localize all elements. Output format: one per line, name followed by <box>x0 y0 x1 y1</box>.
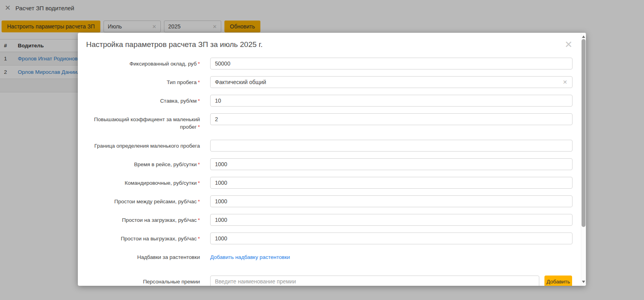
mileage-type-clear-icon[interactable]: ✕ <box>563 79 567 85</box>
field-label: Повышающий коэффициент за маленький проб… <box>85 113 200 131</box>
scrollbar-down-arrow-icon[interactable] <box>582 281 585 283</box>
salary-settings-modal: Настройка параметров расчета ЗП за июль … <box>78 33 586 286</box>
modal-form: Фиксированный оклад, руб* Тип пробега* ✕… <box>85 58 572 286</box>
required-marker: * <box>198 180 200 186</box>
scrollbar-thumb[interactable] <box>582 39 586 227</box>
field-label: Тип пробега* <box>85 76 200 86</box>
fixed-salary-input[interactable] <box>210 58 572 69</box>
field-label: Персональные премии <box>85 276 200 285</box>
form-row-idle-unloading: Простои на выгрузках, руб/час* <box>85 232 572 244</box>
required-marker: * <box>198 98 200 104</box>
field-label: Простои между рейсами, руб/час* <box>85 195 200 205</box>
required-marker: * <box>198 61 200 67</box>
form-row-idle-loading: Простои на загрузках, руб/час* <box>85 214 572 226</box>
scrollbar-up-arrow-icon[interactable] <box>582 36 585 38</box>
add-tent-bonus-link[interactable]: Добавить надбавку растентовки <box>210 254 290 260</box>
required-marker: * <box>198 124 200 130</box>
field-label: Надбавки за растентовки <box>85 251 200 261</box>
form-row-trip-time: Время в рейсе, руб/сутки* <box>85 158 572 170</box>
modal-scrollbar[interactable] <box>581 33 586 286</box>
form-row-personal-bonus: Персональные премии Добавить <box>85 276 572 286</box>
small-mileage-coef-input[interactable] <box>210 113 572 125</box>
field-label: Граница определения маленького пробега <box>85 140 200 150</box>
form-row-small-mileage-threshold: Граница определения маленького пробега <box>85 140 572 152</box>
field-label: Время в рейсе, руб/сутки* <box>85 158 200 168</box>
small-mileage-threshold-input[interactable] <box>210 140 572 152</box>
add-bonus-button[interactable]: Добавить <box>544 276 572 286</box>
required-marker: * <box>198 161 200 167</box>
field-label: Простои на выгрузках, руб/час* <box>85 232 200 242</box>
app-window: ✕ Расчет ЗП водителей Настроить параметр… <box>0 0 644 300</box>
form-row-per-diem: Командировочные, руб/сутки* <box>85 177 572 189</box>
field-label: Простои на загрузках, руб/час* <box>85 214 200 224</box>
required-marker: * <box>198 199 200 204</box>
idle-unloading-input[interactable] <box>210 232 572 244</box>
form-row-small-mileage-coef: Повышающий коэффициент за маленький проб… <box>85 113 572 131</box>
form-row-fixed-salary: Фиксированный оклад, руб* <box>85 58 572 69</box>
form-row-rate: Ставка, руб/км* <box>85 95 572 107</box>
field-label: Фиксированный оклад, руб* <box>85 58 200 68</box>
field-label: Командировочные, руб/сутки* <box>85 177 200 187</box>
form-row-idle-between-trips: Простои между рейсами, руб/час* <box>85 195 572 207</box>
idle-between-trips-input[interactable] <box>210 195 572 207</box>
required-marker: * <box>198 236 200 242</box>
field-label: Ставка, руб/км* <box>85 95 200 105</box>
per-diem-input[interactable] <box>210 177 572 189</box>
rate-per-km-input[interactable] <box>210 95 572 107</box>
mileage-type-select[interactable] <box>210 76 572 88</box>
form-row-tent-bonus: Надбавки за растентовки Добавить надбавк… <box>85 251 572 261</box>
required-marker: * <box>198 79 200 85</box>
form-row-mileage-type: Тип пробега* ✕ <box>85 76 572 88</box>
personal-bonus-name-input[interactable] <box>210 276 539 286</box>
trip-time-input[interactable] <box>210 158 572 170</box>
required-marker: * <box>198 217 200 223</box>
modal-close-icon[interactable]: ✕ <box>565 40 572 49</box>
modal-title: Настройка параметров расчета ЗП за июль … <box>86 40 263 49</box>
idle-loading-input[interactable] <box>210 214 572 226</box>
